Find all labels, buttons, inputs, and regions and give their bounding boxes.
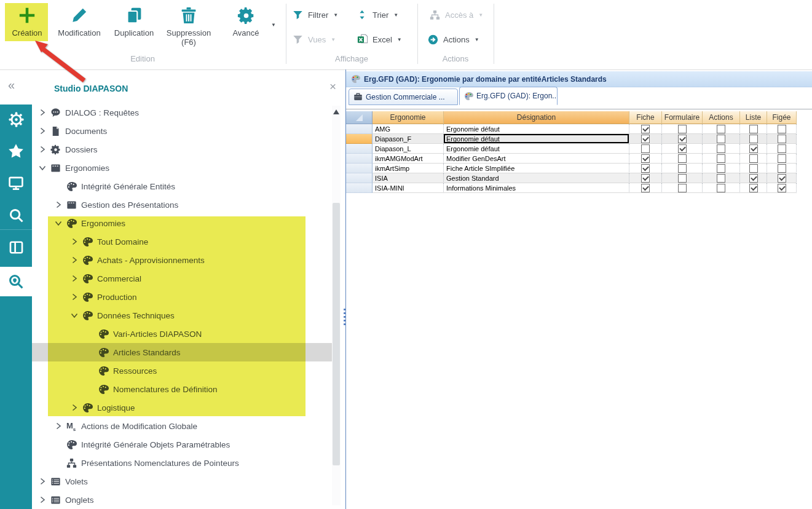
cell-actions[interactable] [703, 173, 740, 183]
cell-ergonomie[interactable]: ISIA-MINI [372, 183, 444, 193]
cell-figee[interactable] [767, 154, 797, 164]
chevron-right-icon[interactable] [38, 477, 47, 486]
fiche-checkbox[interactable] [641, 144, 650, 153]
cell-fiche[interactable] [629, 124, 662, 134]
row-selector[interactable] [346, 154, 372, 164]
tree-item[interactable]: Vari-Articles DIAPASON [32, 325, 332, 343]
column-header-formulaire[interactable]: Formulaire [662, 111, 703, 124]
cell-liste[interactable] [740, 154, 767, 164]
cell-formulaire[interactable] [662, 124, 703, 134]
tree-item[interactable]: Onglets [32, 491, 332, 509]
liste-checkbox[interactable] [749, 164, 758, 173]
cell-ergonomie[interactable]: ikmArtSimp [372, 164, 444, 173]
formulaire-checkbox[interactable] [678, 164, 687, 173]
chevron-down-icon[interactable] [38, 164, 47, 172]
actions-checkbox[interactable] [717, 184, 725, 192]
cell-actions[interactable] [703, 154, 740, 164]
row-selector[interactable] [346, 164, 372, 173]
tree-item[interactable]: Tout Domaine [32, 232, 332, 251]
column-header-actions[interactable]: Actions [703, 111, 740, 124]
chevron-right-icon[interactable] [70, 256, 79, 264]
formulaire-checkbox[interactable] [678, 184, 687, 192]
cell-designation[interactable]: Gestion Standard [444, 173, 629, 183]
figee-checkbox[interactable] [778, 144, 786, 153]
formulaire-checkbox[interactable] [678, 135, 687, 143]
cell-ergonomie[interactable]: AMG [372, 124, 444, 134]
tab-gestion-commerciale[interactable]: Gestion Commerciale ... [349, 89, 458, 105]
cell-figee[interactable] [767, 124, 797, 134]
chevron-down-icon[interactable] [54, 219, 63, 227]
trier-button[interactable]: Trier ▼ [357, 7, 398, 22]
cell-figee[interactable] [767, 134, 797, 144]
figee-checkbox[interactable] [778, 164, 786, 173]
formulaire-checkbox[interactable] [678, 144, 687, 153]
liste-checkbox[interactable] [749, 135, 758, 143]
cell-formulaire[interactable] [662, 144, 703, 154]
tab-erg-gfd[interactable]: Erg.GFD (GAD): Ergon... [459, 87, 558, 105]
tree-item[interactable]: Documents [32, 122, 332, 140]
cell-fiche[interactable] [629, 183, 662, 193]
figee-checkbox[interactable] [778, 154, 786, 163]
cell-fiche[interactable] [629, 144, 662, 154]
figee-checkbox[interactable] [778, 184, 786, 192]
row-selector[interactable] [346, 134, 372, 144]
cell-liste[interactable] [740, 144, 767, 154]
chevron-right-icon[interactable] [54, 200, 63, 209]
tree-item[interactable]: Gestion des Présentations [32, 195, 332, 214]
avance-button[interactable]: Avancé [225, 2, 267, 53]
cell-fiche[interactable] [629, 134, 662, 144]
chevron-right-icon[interactable] [70, 293, 79, 301]
cell-liste[interactable] [740, 183, 767, 193]
cell-actions[interactable] [703, 183, 740, 193]
cell-figee[interactable] [767, 183, 797, 193]
figee-checkbox[interactable] [778, 125, 786, 133]
collapse-panel-button[interactable]: « [8, 79, 15, 91]
vues-button[interactable]: Vues ▼ [293, 32, 336, 47]
cell-liste[interactable] [740, 173, 767, 183]
tree-item[interactable]: MsActions de Modification Globale [32, 417, 332, 435]
tree-item[interactable]: Achats - Approvisionnements [32, 251, 332, 269]
liste-checkbox[interactable] [749, 144, 758, 153]
row-selector[interactable] [346, 124, 372, 134]
tree-item[interactable]: Dossiers [32, 140, 332, 159]
chevron-right-icon[interactable] [54, 422, 63, 430]
tree-item[interactable]: Données Techniques [32, 306, 332, 325]
filtrer-button[interactable]: Filtrer ▼ [293, 7, 338, 22]
actions-checkbox[interactable] [717, 144, 725, 153]
liste-checkbox[interactable] [749, 184, 758, 192]
cell-liste[interactable] [740, 124, 767, 134]
suppression-button[interactable]: Suppression(F6) [162, 2, 215, 53]
tree-scrollbar[interactable] [332, 106, 341, 505]
tree-item[interactable]: Articles Standards [32, 343, 332, 361]
figee-checkbox[interactable] [778, 135, 786, 143]
liste-checkbox[interactable] [749, 174, 758, 183]
scrollbar-thumb[interactable] [333, 203, 340, 465]
tree-item[interactable]: Présentations Nomenclatures de Pointeurs [32, 454, 332, 472]
row-selector[interactable] [346, 183, 372, 193]
fiche-checkbox[interactable] [641, 174, 650, 183]
cell-designation[interactable]: Ergonomie défaut [444, 124, 629, 134]
chevron-right-icon[interactable] [70, 237, 79, 246]
tree-item[interactable]: Volets [32, 472, 332, 491]
row-selector[interactable] [346, 173, 372, 183]
tree-item[interactable]: Nomenclatures de Définition [32, 380, 332, 398]
chevron-right-icon[interactable] [70, 403, 79, 412]
chevron-down-icon[interactable] [70, 311, 79, 320]
actions-checkbox[interactable] [717, 154, 725, 163]
tree-item[interactable]: DIALOG : Requêtes [32, 103, 332, 122]
fiche-checkbox[interactable] [641, 125, 650, 133]
cell-designation[interactable]: Ergonomie défaut [444, 134, 629, 144]
cell-figee[interactable] [767, 144, 797, 154]
tree-item[interactable]: Ressources [32, 361, 332, 380]
cell-actions[interactable] [703, 134, 740, 144]
duplication-button[interactable]: Duplication [109, 2, 159, 53]
actions-checkbox[interactable] [717, 125, 725, 133]
creation-button[interactable]: Création [5, 2, 49, 53]
cell-ergonomie[interactable]: Diapason_F [372, 134, 444, 144]
select-all-header[interactable] [346, 111, 372, 124]
star-icon[interactable] [0, 136, 32, 166]
modification-button[interactable]: Modification [52, 2, 107, 53]
actions-checkbox[interactable] [717, 135, 725, 143]
cell-formulaire[interactable] [662, 134, 703, 144]
cell-fiche[interactable] [629, 173, 662, 183]
